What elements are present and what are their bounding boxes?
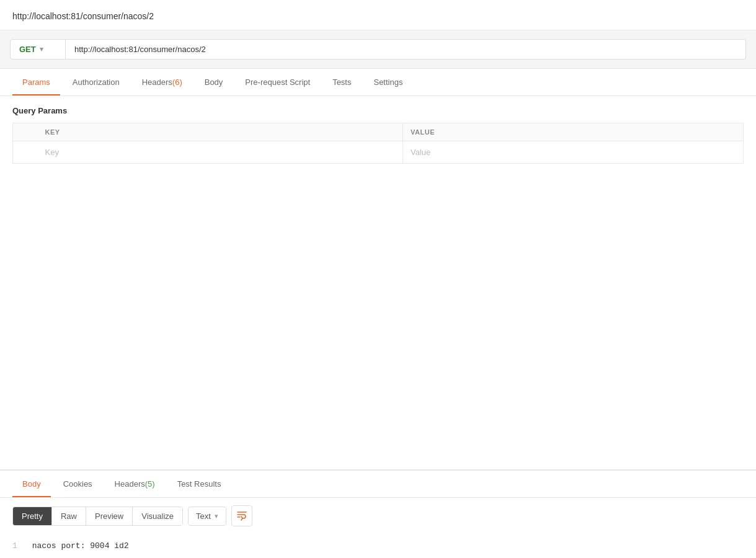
page-title: http://localhost:81/consumer/nacos/2: [12, 11, 154, 21]
method-selector[interactable]: GET ▾: [10, 39, 66, 60]
tab-settings[interactable]: Settings: [363, 69, 412, 95]
tab-params[interactable]: Params: [12, 69, 60, 95]
method-chevron-icon: ▾: [40, 45, 43, 53]
tab-body[interactable]: Body: [195, 69, 233, 95]
url-input[interactable]: [66, 39, 746, 60]
method-label: GET: [19, 45, 36, 54]
title-bar: http://localhost:81/consumer/nacos/2: [0, 0, 756, 30]
checkbox-col-header: [13, 123, 38, 141]
table-row: Key Value: [13, 141, 744, 164]
value-cell[interactable]: Value: [403, 141, 744, 164]
headers-count: (6): [172, 78, 182, 87]
row-checkbox-cell: [13, 141, 38, 164]
request-tabs-nav: Params Authorization Headers(6) Body Pre…: [0, 69, 756, 96]
key-col-header: KEY: [38, 123, 403, 141]
tab-headers[interactable]: Headers(6): [132, 69, 192, 95]
key-cell[interactable]: Key: [38, 141, 403, 164]
tab-tests[interactable]: Tests: [322, 69, 361, 95]
tab-authorization[interactable]: Authorization: [63, 69, 130, 95]
request-bar: GET ▾: [0, 30, 756, 69]
query-params-section: Query Params KEY VALUE Key: [0, 96, 756, 169]
tab-pre-request-script[interactable]: Pre-request Script: [235, 69, 320, 95]
params-table: KEY VALUE Key Value: [12, 123, 744, 164]
query-params-label: Query Params: [12, 106, 744, 115]
value-col-header: VALUE: [403, 123, 744, 141]
